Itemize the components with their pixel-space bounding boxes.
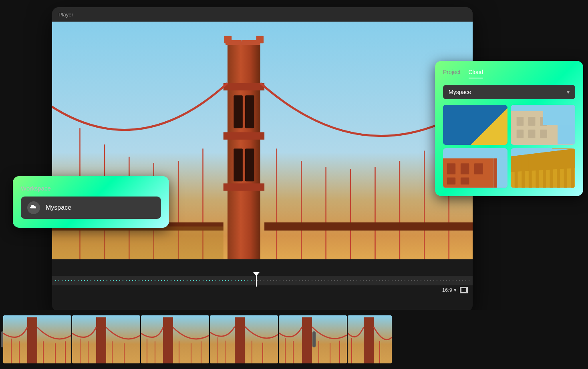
- dropdown-value: Myspace: [449, 89, 471, 95]
- svg-rect-3: [245, 95, 254, 128]
- grid-image-3[interactable]: [443, 148, 507, 188]
- grid-image-4[interactable]: [511, 148, 575, 188]
- svg-rect-102: [536, 155, 539, 188]
- filmstrip: [0, 310, 588, 369]
- svg-rect-5: [245, 148, 254, 181]
- svg-rect-100: [522, 156, 525, 188]
- svg-marker-71: [474, 105, 507, 144]
- aspect-ratio-chevron: ▾: [454, 287, 457, 293]
- svg-rect-86: [558, 111, 575, 144]
- svg-rect-95: [494, 158, 497, 188]
- grid-image-1[interactable]: [443, 105, 507, 145]
- playhead-line: [256, 276, 257, 287]
- svg-rect-59: [302, 317, 312, 363]
- workspace-label: Workspace: [21, 185, 161, 192]
- aspect-ratio-value: 16:9: [442, 287, 452, 293]
- svg-rect-46: [163, 317, 173, 363]
- svg-rect-89: [447, 163, 455, 174]
- film-frame-3: [141, 315, 209, 363]
- timeline-controls: 16:9 ▾: [52, 285, 473, 295]
- svg-rect-107: [571, 151, 574, 188]
- svg-rect-101: [529, 156, 532, 188]
- svg-rect-90: [461, 163, 469, 174]
- svg-rect-11: [224, 36, 232, 43]
- svg-rect-105: [557, 152, 560, 188]
- svg-rect-1: [228, 42, 260, 259]
- svg-rect-81: [528, 117, 536, 125]
- svg-rect-91: [474, 163, 483, 174]
- panel-tabs: Project Cloud: [443, 69, 575, 78]
- svg-rect-93: [461, 177, 469, 184]
- cloud-icon: [27, 201, 40, 214]
- svg-rect-78: [511, 111, 558, 144]
- player-title: Player: [58, 12, 73, 18]
- workspace-item[interactable]: Myspace: [21, 197, 161, 219]
- filmstrip-track: [3, 315, 392, 363]
- svg-rect-103: [543, 154, 546, 188]
- playhead[interactable]: [254, 272, 259, 287]
- svg-rect-84: [528, 130, 536, 138]
- aspect-ratio-control[interactable]: 16:9 ▾: [442, 287, 457, 293]
- svg-rect-83: [517, 130, 524, 138]
- cloud-panel: Project Cloud Myspace ▾: [435, 61, 583, 196]
- workspace-name: Myspace: [46, 204, 71, 211]
- svg-rect-6: [224, 83, 264, 90]
- tab-project[interactable]: Project: [443, 69, 461, 78]
- svg-rect-12: [256, 36, 264, 43]
- svg-rect-99: [515, 157, 518, 188]
- svg-rect-92: [447, 177, 455, 184]
- workspace-popup: Workspace Myspace: [13, 176, 169, 228]
- fullscreen-button[interactable]: [460, 287, 468, 293]
- svg-rect-66: [364, 317, 374, 363]
- film-frame-6: [348, 315, 392, 363]
- scene-container: Player: [0, 0, 588, 369]
- workspace-dropdown[interactable]: Myspace ▾: [443, 85, 575, 99]
- svg-rect-7: [224, 132, 264, 139]
- svg-marker-70: [443, 105, 507, 144]
- svg-rect-31: [461, 288, 467, 293]
- filmstrip-handle-right[interactable]: [312, 331, 316, 347]
- timeline-scrubber[interactable]: [52, 276, 473, 285]
- timeline-dots: [55, 280, 469, 281]
- player-window: Player: [52, 7, 473, 311]
- svg-rect-4: [234, 148, 243, 181]
- svg-rect-82: [540, 117, 547, 125]
- svg-rect-104: [550, 153, 553, 188]
- image-grid: [443, 105, 575, 188]
- player-content: 16:9 ▾: [52, 22, 473, 311]
- playhead-arrow: [253, 272, 260, 276]
- svg-rect-29: [264, 223, 473, 231]
- svg-rect-40: [96, 317, 106, 363]
- svg-rect-8: [224, 183, 264, 191]
- film-frame-1: [3, 315, 71, 363]
- player-titlebar: Player: [52, 7, 473, 22]
- dropdown-chevron-icon: ▾: [567, 89, 570, 95]
- svg-rect-85: [540, 130, 547, 138]
- film-frame-2: [72, 315, 140, 363]
- timeline-area: 16:9 ▾: [52, 259, 473, 311]
- svg-rect-33: [27, 317, 37, 363]
- svg-rect-79: [511, 105, 575, 111]
- svg-rect-30: [52, 227, 224, 259]
- svg-rect-2: [234, 95, 243, 128]
- tab-cloud[interactable]: Cloud: [469, 69, 483, 78]
- svg-rect-53: [235, 317, 245, 363]
- svg-rect-69: [443, 105, 507, 144]
- svg-rect-80: [517, 117, 524, 125]
- film-frame-4: [210, 315, 278, 363]
- grid-image-2[interactable]: [511, 105, 575, 145]
- timeline-progress: [55, 280, 254, 281]
- svg-rect-106: [564, 152, 567, 188]
